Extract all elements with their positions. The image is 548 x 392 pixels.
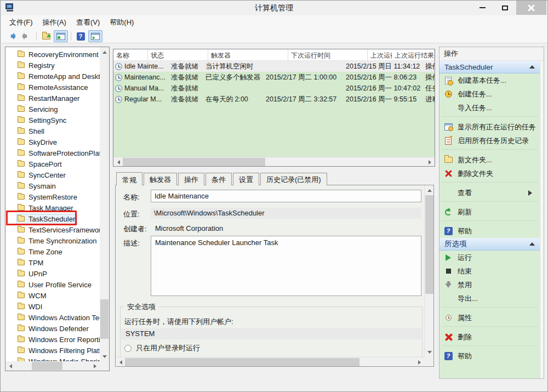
tab[interactable]: 历史记录(已禁用) (260, 173, 327, 185)
action-item[interactable]: 运行 (439, 251, 540, 264)
action-item[interactable]: 帮助 (439, 349, 540, 363)
details-vertical-scrollbar[interactable] (424, 185, 433, 357)
task-description-field[interactable]: Maintenance Scheduler Launcher Task (151, 236, 421, 296)
tree-item[interactable]: Windows Filtering Platfo (5, 345, 100, 356)
task-row[interactable]: Manual Ma... 准备就绪 2015/2/16 周一 10:47:02 … (113, 83, 435, 94)
scrollbar-thumb[interactable] (100, 299, 109, 339)
action-item[interactable] (439, 182, 540, 186)
column-header[interactable]: 上次运行时间 (368, 49, 392, 60)
menu-item[interactable]: 查看(V) (71, 15, 105, 30)
menu-item[interactable]: 帮助(H) (105, 15, 139, 30)
action-item[interactable]: 导出... (439, 292, 540, 305)
tree-item[interactable]: RemoteApp and Deskto (5, 71, 100, 82)
action-item[interactable]: 查看 (439, 186, 540, 200)
tab[interactable]: 设置 (233, 173, 259, 185)
maximize-button[interactable] (495, 1, 514, 15)
tree-horizontal-scrollbar[interactable] (5, 361, 100, 371)
tree-item[interactable]: User Profile Service (5, 279, 100, 290)
column-header[interactable]: 上次运行结果 (392, 49, 435, 60)
folder-up-button[interactable] (39, 30, 53, 42)
action-item[interactable]: 禁用 (439, 278, 540, 292)
scrollbar-thumb[interactable] (125, 358, 359, 366)
action-item[interactable] (439, 149, 540, 153)
action-item[interactable]: 创建任务... (439, 87, 540, 101)
column-header[interactable]: 触发器 (208, 49, 288, 60)
scroll-left-arrow[interactable] (113, 157, 123, 167)
details-horizontal-scrollbar[interactable] (116, 357, 424, 366)
tree-item[interactable]: Windows Activation Tec (5, 312, 100, 323)
tree-item[interactable]: RestartManager (5, 93, 100, 104)
tree-item[interactable]: Windows Error Reporti (5, 334, 100, 345)
action-item[interactable] (439, 220, 540, 224)
tab[interactable]: 条件 (206, 173, 232, 185)
task-row[interactable]: Maintenanc... 准备就绪 已定义多个触发器 2015/2/17 周二… (113, 72, 435, 83)
actions-group-header-selected-item[interactable]: 所选项 (439, 238, 540, 251)
tree-item[interactable]: Registry (5, 60, 100, 71)
scroll-right-arrow[interactable] (415, 357, 424, 367)
action-item[interactable]: 帮助 (439, 224, 540, 238)
action-item[interactable]: 新文件夹... (439, 153, 540, 167)
scroll-down-arrow[interactable] (100, 352, 109, 361)
action-item[interactable] (439, 307, 540, 311)
tree-item[interactable]: WDI (5, 301, 100, 312)
tree-item[interactable]: RemoteAssistance (5, 82, 100, 93)
forward-button[interactable] (19, 30, 33, 42)
task-list-horizontal-scrollbar[interactable] (113, 157, 435, 166)
tree-item[interactable]: RecoveryEnvironment (5, 49, 100, 60)
action-item[interactable] (439, 326, 540, 330)
menu-item[interactable]: 操作(A) (38, 15, 71, 30)
action-item[interactable] (439, 116, 540, 120)
tab[interactable]: 触发器 (144, 173, 177, 185)
tree-item[interactable]: SyncCenter (5, 169, 100, 180)
toggle-console-tree-button[interactable] (54, 30, 68, 42)
actions-group-header-taskscheduler[interactable]: TaskScheduler (439, 61, 540, 73)
scroll-up-arrow[interactable] (100, 47, 109, 56)
tree-item[interactable]: Shell (5, 126, 100, 137)
scroll-right-arrow[interactable] (425, 157, 435, 167)
actions-scrollbar-track[interactable] (540, 61, 544, 378)
menu-item[interactable]: 文件(F) (4, 15, 38, 30)
tree-item[interactable]: SettingSync (5, 115, 100, 126)
action-item[interactable] (439, 345, 540, 349)
tree-item[interactable]: TPM (5, 257, 100, 268)
action-item[interactable]: 刷新 (439, 205, 540, 219)
action-item[interactable]: 启用所有任务历史记录 (439, 134, 540, 147)
toggle-action-pane-button[interactable] (88, 30, 102, 42)
column-header[interactable]: 下次运行时间 (288, 49, 368, 60)
task-row[interactable]: Regular M... 准备就绪 在每天的 2:00 2015/2/17 周二… (113, 94, 435, 105)
tree-item[interactable]: Servicing (5, 104, 100, 115)
tree-item[interactable]: SkyDrive (5, 137, 100, 147)
scroll-up-arrow[interactable] (425, 185, 434, 195)
task-row[interactable]: Idle Mainte... 准备就绪 当计算机空闲时 2015/2/15 周日… (113, 61, 435, 72)
task-name-field[interactable]: Idle Maintenance (151, 190, 421, 202)
column-header[interactable]: 状态 (148, 49, 208, 60)
scroll-left-arrow[interactable] (5, 361, 15, 371)
scroll-right-arrow[interactable] (90, 361, 100, 371)
scroll-left-arrow[interactable] (116, 357, 125, 367)
scroll-down-arrow[interactable] (425, 348, 434, 357)
help-button[interactable] (73, 30, 88, 42)
action-item[interactable] (439, 201, 540, 205)
close-button[interactable] (516, 1, 546, 15)
tree-item[interactable]: TextServicesFramework (5, 224, 100, 235)
tree-item[interactable]: SystemRestore (5, 191, 100, 202)
tree-item[interactable]: SoftwareProtectionPlatf (5, 147, 100, 158)
tree-item[interactable]: Time Synchronization (5, 235, 100, 246)
action-item[interactable]: 属性 (439, 311, 540, 325)
column-header[interactable]: 名称 (113, 49, 148, 60)
tree-item[interactable]: Sysmain (5, 180, 100, 191)
tree-vertical-scrollbar[interactable] (100, 47, 109, 361)
scrollbar-thumb[interactable] (425, 195, 433, 294)
action-item[interactable]: 显示所有正在运行的任务 (439, 120, 540, 134)
radio-run-when-logged-on[interactable]: 只在用户登录时运行 (124, 343, 200, 353)
tab[interactable]: 常规 (116, 172, 142, 185)
tab[interactable]: 操作 (178, 173, 204, 185)
tree-item[interactable]: SpacePort (5, 158, 100, 169)
scrollbar-thumb[interactable] (123, 158, 265, 166)
action-item[interactable]: 删除文件夹 (439, 167, 540, 180)
back-button[interactable] (4, 30, 19, 42)
action-item[interactable]: 导入任务... (439, 101, 540, 115)
action-item[interactable]: 结束 (439, 264, 540, 278)
tree-item[interactable]: Time Zone (5, 246, 100, 257)
tree-item[interactable]: WCM (5, 290, 100, 301)
